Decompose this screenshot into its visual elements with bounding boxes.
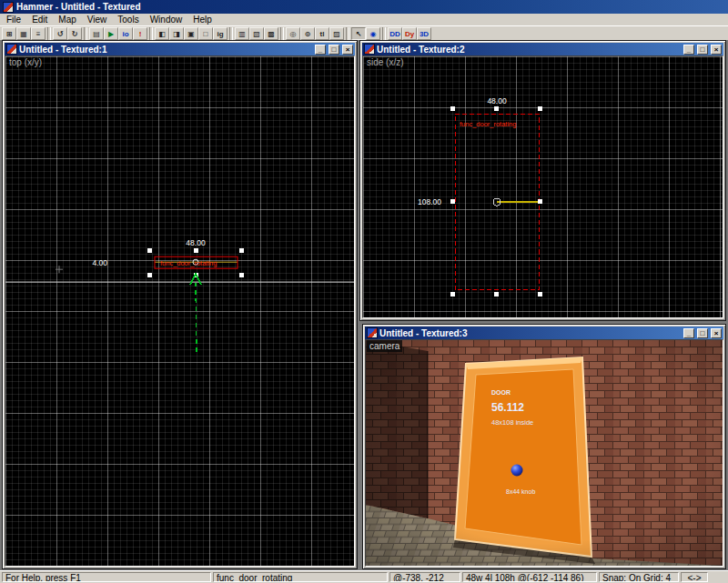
close-button[interactable]: × (711, 45, 722, 55)
maximize-button[interactable]: □ (697, 45, 708, 55)
toolbar-button-check-problems[interactable]: ! (133, 27, 147, 40)
toolbar-button-toggle-3d-grid[interactable]: ▦ (16, 27, 31, 40)
side-view-title: Untitled - Textured:2 (377, 45, 681, 55)
toolbar-button-carve[interactable]: ◧ (155, 27, 169, 40)
view-label: side (x/z) (364, 56, 407, 68)
top-view-titlebar[interactable]: Untitled - Textured:1 _ □ × (5, 43, 355, 55)
selection-handle[interactable] (450, 199, 455, 204)
toolbar-separator (346, 27, 349, 40)
toolbar-button-ungroup[interactable]: □ (198, 27, 213, 40)
status-bar: For Help, press F1 func_door_rotating @-… (0, 570, 728, 583)
toolbar-button-wireframe-view[interactable]: 3D (417, 27, 431, 40)
entity-label: func_door_rotating (460, 120, 516, 128)
toolbar-button-entity-report[interactable]: io (118, 27, 133, 40)
close-button[interactable]: × (342, 45, 353, 55)
selection-handle[interactable] (239, 248, 244, 253)
selection-handle[interactable] (450, 106, 455, 111)
toolbar-separator (149, 27, 153, 40)
side-view-titlebar[interactable]: Untitled - Textured:2 _ □ × (362, 43, 723, 55)
selection-handle[interactable] (538, 199, 542, 204)
toolbar-button-grid-settings[interactable]: ≡ (31, 27, 46, 40)
minimize-button[interactable]: _ (683, 328, 694, 338)
hammer-icon (364, 44, 375, 55)
selection-handle[interactable] (194, 248, 198, 253)
toolbar-separator (280, 27, 284, 40)
top-view-canvas[interactable]: top (x/y) (5, 55, 355, 567)
toolbar-button-texture-application[interactable]: ▨ (329, 27, 344, 40)
origin-marker (56, 266, 63, 273)
toolbar-button-group[interactable]: ▣ (184, 27, 198, 40)
status-selection-size: 48w 4l 108h @(-612 -114 86) (462, 572, 597, 582)
status-help: For Help, press F1 (2, 572, 211, 582)
toolbar-button-hollow[interactable]: ◨ (169, 27, 184, 40)
toolbar-button-redo[interactable]: ↻ (67, 27, 82, 40)
toolbar-button-ignore-groups[interactable]: ig (213, 27, 228, 40)
side-view-canvas[interactable]: side (x/z) 48.00 (362, 55, 723, 318)
selection-handle[interactable] (147, 273, 152, 277)
minimize-button[interactable]: _ (683, 45, 694, 55)
hammer-icon (367, 327, 378, 338)
toolbar-button-undo[interactable]: ↺ (53, 27, 67, 40)
menu-file[interactable]: File (1, 14, 26, 25)
window-camera-view: Untitled - Textured:3 _ □ × camera (362, 324, 726, 569)
dimension-height-label: 108.00 (418, 197, 441, 206)
view-label: top (x/y) (6, 56, 45, 68)
hammer-app-icon (3, 2, 14, 13)
toolbar-button-run-map[interactable]: ▶ (104, 27, 118, 40)
menu-map[interactable]: Map (53, 14, 81, 25)
dimension-depth-label: 4.00 (92, 258, 107, 267)
window-top-view: Untitled - Textured:1 _ □ × top (x/y) (2, 40, 358, 569)
menu-window[interactable]: Window (145, 14, 188, 25)
app-titlebar[interactable]: Hammer - Untitled - Textured (0, 0, 728, 14)
vignette (366, 340, 723, 566)
dimension-width-label: 48.00 (487, 96, 506, 106)
minimize-button[interactable]: _ (315, 45, 326, 55)
menu-view[interactable]: View (82, 14, 113, 25)
toolbar-button-toggle-grid[interactable]: ⊞ (2, 27, 16, 40)
toolbar-separator (229, 27, 233, 40)
selection-handle[interactable] (239, 273, 244, 277)
toolbar-button-cordon[interactable]: ◎ (286, 27, 300, 40)
selection-handle[interactable] (494, 106, 499, 111)
direction-arrow (190, 274, 201, 352)
selection-handle[interactable] (494, 292, 499, 297)
app-title: Hammer - Untitled - Textured (16, 2, 141, 12)
menu-tools[interactable]: Tools (112, 14, 144, 25)
status-resize-grip[interactable]: <-> (681, 572, 708, 582)
toolbar-button-shaded-view[interactable]: Dy (402, 27, 417, 40)
close-button[interactable]: × (711, 328, 722, 338)
toolbar-separator (84, 27, 87, 40)
camera-view-titlebar[interactable]: Untitled - Textured:3 _ □ × (365, 327, 723, 339)
top-view-title: Untitled - Textured:1 (19, 45, 312, 55)
view-label: camera (367, 340, 402, 352)
menu-help[interactable]: Help (187, 14, 217, 25)
maximize-button[interactable]: □ (697, 328, 708, 338)
status-selection: func_door_rotating (213, 572, 388, 582)
selection-handle[interactable] (450, 292, 455, 297)
toolbar-button-map-properties[interactable]: ▤ (89, 27, 104, 40)
selection-handle[interactable] (147, 248, 152, 253)
camera-view-canvas[interactable]: camera (365, 339, 723, 567)
toolbar-button-hide-selected[interactable]: ▥ (235, 27, 249, 40)
menu-edit[interactable]: Edit (26, 14, 53, 25)
toolbar-button-textured-view[interactable]: DD (388, 27, 402, 40)
maximize-button[interactable]: □ (329, 45, 339, 55)
selection-handle[interactable] (538, 292, 542, 297)
toolbar-button-selection-tool[interactable]: ↖ (351, 27, 366, 40)
toolbar-button-select-touching[interactable]: ⊙ (300, 27, 315, 40)
toolbar-button-camera-tool[interactable]: ◉ (366, 27, 380, 40)
toolbar-button-hide-unselected[interactable]: ▧ (249, 27, 264, 40)
dimension-width-label: 48.00 (186, 238, 206, 247)
camera-view-title: Untitled - Textured:3 (379, 328, 681, 338)
mdi-workspace: Untitled - Textured:1 _ □ × top (x/y) (0, 40, 728, 570)
toolbar-separator (382, 27, 386, 40)
toolbar-button-show-all[interactable]: ▩ (264, 27, 278, 40)
toolbar-button-texture-lock[interactable]: tl (315, 27, 329, 40)
menu-bar: File Edit Map View Tools Window Help (0, 14, 728, 25)
hammer-icon (6, 44, 17, 55)
status-cursor-coords: @-738, -212 (389, 572, 460, 582)
status-snap-grid: Snap: On Grid: 4 (599, 572, 679, 582)
window-side-view: Untitled - Textured:2 _ □ × side (x/z) (359, 40, 726, 321)
selection-handle[interactable] (538, 106, 542, 111)
toolbar-separator (47, 27, 51, 40)
